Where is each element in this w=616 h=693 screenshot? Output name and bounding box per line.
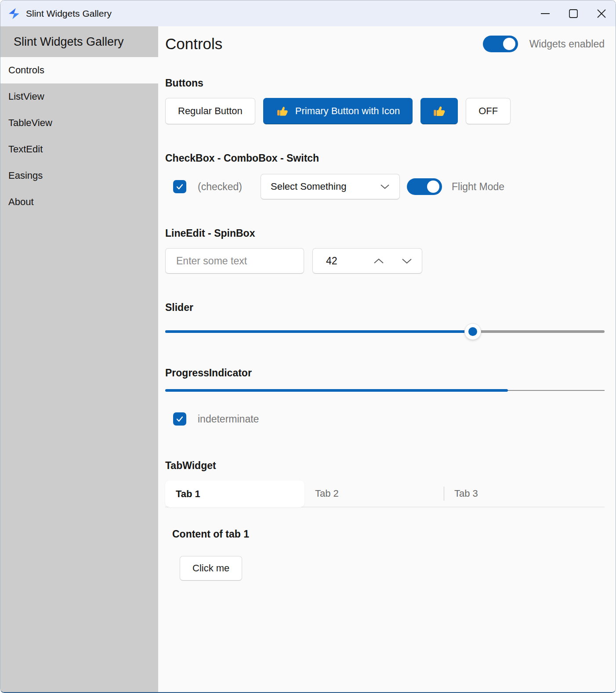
maximize-icon [568,8,579,19]
regular-button[interactable]: Regular Button [165,98,255,124]
tab-2[interactable]: Tab 2 [304,480,444,507]
buttons-heading: Buttons [165,77,605,89]
checked-checkbox[interactable] [173,180,186,193]
main-content: Controls Widgets enabled Buttons Regular… [158,26,616,692]
slider[interactable] [165,323,605,340]
switch-knob [503,38,515,50]
sidebar: Slint Widgets Gallery Controls ListView … [0,26,158,692]
chevron-down-icon [380,184,390,189]
sidebar-header: Slint Widgets Gallery [0,26,158,57]
check-icon [175,415,184,423]
slider-handle[interactable] [464,323,481,340]
indeterminate-checkbox[interactable] [173,412,186,426]
page-title: Controls [165,35,222,53]
spinbox-decrement-button[interactable] [402,258,412,264]
window-controls [531,0,616,26]
sidebar-item-tableview[interactable]: TableView [0,110,158,136]
primary-button[interactable]: Primary Button with Icon [263,98,413,124]
maximize-button[interactable] [559,0,587,26]
combobox-value: Select Something [271,181,346,192]
window-title: Slint Widgets Gallery [26,8,112,19]
tab-content: Content of tab 1 Click me [165,528,605,581]
slint-logo-icon [7,7,21,20]
spinbox-increment-button[interactable] [373,258,384,264]
widgets-enabled-label: Widgets enabled [529,38,605,50]
flight-mode-switch[interactable] [407,178,442,195]
sidebar-item-about[interactable]: About [0,189,158,215]
thumbs-up-icon [432,104,446,118]
spinbox[interactable]: 42 [312,248,422,274]
off-toggle-button[interactable]: OFF [466,98,511,124]
sidebar-item-controls[interactable]: Controls [0,57,158,83]
tab-1[interactable]: Tab 1 [165,480,304,507]
progress-fill [165,389,508,392]
close-icon [596,8,607,19]
app-window: Slint Widgets Gallery Slint [0,0,616,693]
tab-bar: Tab 1 Tab 2 Tab 3 [165,480,605,507]
checks-heading: CheckBox - ComboBox - Switch [165,152,605,164]
lineedit-heading: LineEdit - SpinBox [165,227,605,239]
check-icon [175,182,184,191]
tab-3[interactable]: Tab 3 [444,480,583,507]
checkbox-label: (checked) [198,181,242,193]
progress-indicator [165,389,605,392]
indeterminate-label: indeterminate [198,413,259,425]
click-me-button[interactable]: Click me [180,556,242,581]
tabwidget-heading: TabWidget [165,460,605,472]
combobox[interactable]: Select Something [261,174,400,199]
switch-knob [427,180,439,193]
sidebar-item-textedit[interactable]: TextEdit [0,136,158,162]
minimize-button[interactable] [531,0,559,26]
slider-heading: Slider [165,302,605,314]
tab-divider [444,487,444,501]
widgets-enabled-switch[interactable] [483,36,518,52]
sidebar-item-listview[interactable]: ListView [0,83,158,110]
slider-fill [165,330,473,333]
thumb-icon-button[interactable] [420,98,458,124]
tab-3-label: Tab 3 [454,488,478,499]
thumbs-up-icon [276,105,289,118]
spinbox-value: 42 [326,255,337,267]
progress-heading: ProgressIndicator [165,367,605,379]
tab-content-heading: Content of tab 1 [172,528,605,540]
flight-mode-label: Flight Mode [452,181,504,193]
minimize-icon [540,8,551,19]
close-button[interactable] [587,0,616,26]
primary-button-label: Primary Button with Icon [295,105,400,117]
titlebar: Slint Widgets Gallery [0,0,616,26]
sidebar-item-easings[interactable]: Easings [0,162,158,189]
line-edit-input[interactable] [165,248,304,274]
